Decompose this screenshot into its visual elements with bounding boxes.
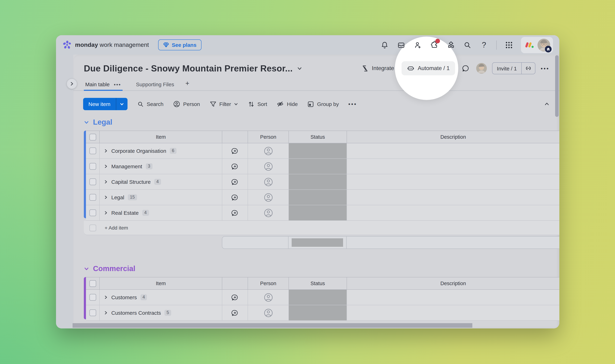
item-name[interactable]: Customers Contracts — [111, 310, 161, 316]
table-row[interactable]: Real Estate 4 — [86, 205, 559, 221]
description-cell[interactable] — [347, 159, 559, 174]
product-switcher-pill[interactable] — [521, 37, 553, 53]
add-update-icon[interactable] — [222, 190, 248, 205]
board-title-chevron-icon[interactable] — [297, 66, 302, 71]
item-name[interactable]: Legal — [111, 194, 124, 200]
apps-grid-icon[interactable] — [502, 38, 516, 52]
table-row[interactable]: Corporate Organisation 6 — [86, 143, 559, 159]
invite-button[interactable]: Invite / 1 — [492, 63, 521, 74]
table-row[interactable]: Customers 4 — [86, 290, 559, 305]
integrate-button[interactable]: Integrate — [359, 64, 396, 72]
collapse-header-icon[interactable] — [544, 101, 549, 107]
expand-row-icon[interactable] — [104, 180, 108, 184]
expand-sidebar-button[interactable] — [67, 78, 77, 89]
tab-supporting-files[interactable]: Supporting Files — [134, 81, 175, 91]
group-name[interactable]: Commercial — [93, 264, 135, 273]
item-name[interactable]: Customers — [111, 294, 137, 300]
expand-row-icon[interactable] — [104, 195, 108, 199]
status-cell[interactable] — [288, 143, 347, 158]
description-cell[interactable] — [347, 290, 559, 305]
person-cell[interactable] — [248, 290, 288, 305]
row-checkbox[interactable] — [89, 294, 96, 301]
expand-row-icon[interactable] — [104, 149, 108, 153]
row-checkbox[interactable] — [89, 147, 96, 154]
description-cell[interactable] — [347, 305, 559, 320]
column-header-description[interactable]: Description — [347, 277, 559, 289]
description-cell[interactable] — [347, 174, 559, 189]
table-row[interactable]: Capital Structure 4 — [86, 174, 559, 190]
status-summary-cell[interactable] — [288, 236, 347, 248]
group-by-tool[interactable]: Group by — [307, 101, 339, 107]
table-row[interactable]: Customers Contracts 5 — [86, 305, 559, 321]
hide-tool[interactable]: Hide — [277, 100, 298, 108]
horizontal-scrollbar-thumb[interactable] — [73, 323, 472, 328]
add-view-button[interactable]: + — [175, 79, 191, 91]
person-cell[interactable] — [248, 205, 288, 220]
status-cell[interactable] — [288, 305, 347, 320]
search-tool[interactable]: Search — [137, 101, 163, 107]
see-plans-button[interactable]: See plans — [158, 39, 201, 50]
person-cell[interactable] — [248, 190, 288, 205]
board-title[interactable]: Due Diligence - Snowy Mountain Premier R… — [84, 63, 293, 73]
person-cell[interactable] — [248, 174, 288, 189]
status-cell[interactable] — [288, 205, 347, 220]
select-all-checkbox[interactable] — [89, 280, 96, 287]
copy-link-icon[interactable] — [521, 63, 535, 74]
board-owner-avatar[interactable] — [476, 63, 487, 74]
column-header-status[interactable]: Status — [288, 277, 347, 289]
tab-more-icon[interactable]: ••• — [114, 81, 121, 87]
group-collapse-icon[interactable] — [84, 266, 89, 271]
status-cell[interactable] — [288, 190, 347, 205]
person-cell[interactable] — [248, 143, 288, 158]
description-cell[interactable] — [347, 143, 559, 158]
person-filter-tool[interactable]: Person — [173, 100, 200, 108]
group-name[interactable]: Legal — [93, 118, 112, 126]
add-item-row[interactable]: + Add item — [84, 221, 559, 235]
row-checkbox[interactable] — [89, 310, 96, 316]
monday-logo[interactable]: monday work management — [62, 40, 149, 50]
select-all-checkbox[interactable] — [89, 134, 96, 140]
table-row[interactable]: Legal 15 — [86, 190, 559, 205]
expand-row-icon[interactable] — [104, 295, 108, 299]
add-update-icon[interactable] — [222, 159, 248, 174]
add-update-icon[interactable] — [222, 174, 248, 189]
column-header-description[interactable]: Description — [347, 131, 559, 143]
description-cell[interactable] — [347, 205, 559, 220]
new-item-button[interactable]: New item — [83, 98, 127, 110]
column-header-item[interactable]: Item — [99, 277, 222, 289]
help-icon[interactable]: ? — [477, 38, 491, 52]
expand-row-icon[interactable] — [104, 211, 108, 215]
inbox-tray-icon[interactable] — [395, 38, 408, 52]
toolbar-more-menu[interactable]: ••• — [348, 101, 357, 107]
item-name[interactable]: Real Estate — [111, 210, 139, 216]
sort-tool[interactable]: Sort — [248, 101, 267, 107]
status-cell[interactable] — [288, 174, 347, 189]
status-cell[interactable] — [288, 290, 347, 305]
tab-main-table[interactable]: Main table ••• — [84, 81, 122, 91]
add-update-icon[interactable] — [222, 205, 248, 220]
row-checkbox[interactable] — [89, 194, 96, 201]
item-name[interactable]: Management — [111, 163, 142, 169]
add-update-icon[interactable] — [222, 305, 248, 320]
user-avatar[interactable] — [537, 39, 550, 51]
column-header-person[interactable]: Person — [248, 277, 288, 289]
automate-button[interactable]: Automate / 1 — [401, 61, 455, 75]
column-header-status[interactable]: Status — [288, 131, 347, 143]
filter-tool[interactable]: Filter — [209, 101, 238, 107]
notifications-bell-icon[interactable] — [378, 38, 391, 52]
add-update-icon[interactable] — [222, 143, 248, 158]
row-checkbox[interactable] — [89, 209, 96, 216]
expand-row-icon[interactable] — [104, 164, 108, 168]
row-checkbox[interactable] — [89, 163, 96, 170]
person-cell[interactable] — [248, 305, 288, 320]
apps-marketplace-puzzle-icon[interactable] — [428, 38, 441, 52]
board-chat-icon[interactable] — [460, 63, 471, 74]
description-cell[interactable] — [347, 190, 559, 205]
item-name[interactable]: Capital Structure — [111, 179, 151, 185]
search-icon[interactable] — [461, 38, 474, 52]
status-cell[interactable] — [288, 159, 347, 174]
add-update-icon[interactable] — [222, 290, 248, 305]
expand-row-icon[interactable] — [104, 311, 108, 315]
item-name[interactable]: Corporate Organisation — [111, 148, 166, 154]
person-cell[interactable] — [248, 159, 288, 174]
